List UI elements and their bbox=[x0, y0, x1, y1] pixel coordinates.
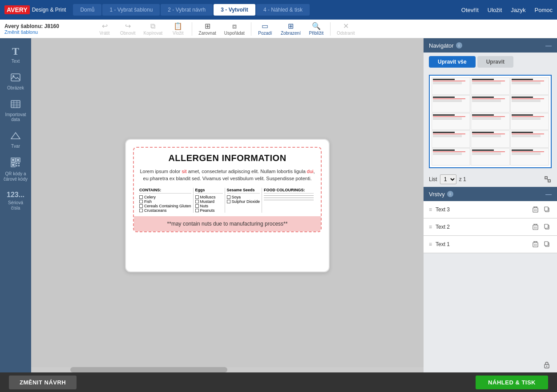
toolbar-align[interactable]: ⊞ Zarovnat bbox=[195, 20, 219, 37]
svg-rect-10 bbox=[12, 159, 14, 161]
toolbar-zoom-label: Přiblížit bbox=[309, 31, 324, 36]
sidebar-tool-text[interactable]: T Text bbox=[1, 42, 30, 67]
image-tool-icon bbox=[11, 73, 20, 84]
svg-rect-17 bbox=[16, 165, 17, 166]
preview-print-button[interactable]: NÁHLED & TISK bbox=[476, 376, 548, 389]
preview-cell bbox=[432, 130, 470, 148]
sidebar-tool-text-label: Text bbox=[12, 59, 20, 64]
scrollbar-thumb[interactable] bbox=[70, 367, 227, 372]
toolbar-paste-label: Vložit bbox=[173, 31, 183, 36]
right-panel: Navigátor i — Upravit vše Upravit bbox=[424, 38, 557, 372]
toolbar-redo[interactable]: ↪ Obnovit bbox=[117, 20, 139, 37]
layer-delete-text3[interactable] bbox=[530, 205, 540, 214]
horizontal-scrollbar[interactable] bbox=[31, 367, 424, 372]
allergen-molluscs: Molluscs bbox=[195, 195, 223, 199]
label-card[interactable]: ALLERGEN INFORMATION Lorem ipsum dolor s… bbox=[125, 139, 330, 272]
svg-rect-18 bbox=[18, 165, 20, 166]
navigator-collapse-icon[interactable]: — bbox=[545, 42, 552, 49]
preview-cell bbox=[471, 148, 509, 166]
toolbar-copy-label: Kopírovat bbox=[143, 31, 162, 36]
page-select[interactable]: 1 bbox=[440, 174, 456, 184]
text-tool-icon: T bbox=[12, 45, 19, 57]
sidebar-tool-qr[interactable]: QR kódy a čárové kódy bbox=[1, 154, 30, 186]
layer-drag-icon: ≡ bbox=[429, 241, 432, 247]
layer-copy-text1[interactable] bbox=[542, 239, 552, 249]
toolbar-zoom[interactable]: 🔍 Přiblížit bbox=[305, 20, 327, 37]
layer-item-text2[interactable]: ≡ Text 2 bbox=[424, 218, 557, 236]
layer-item-text1[interactable]: ≡ Text 1 bbox=[424, 236, 557, 253]
toolbar-arrange[interactable]: ⧈ Uspořádat bbox=[221, 20, 248, 37]
layer-copy-text2[interactable] bbox=[542, 222, 552, 232]
copy-icon: ⧉ bbox=[150, 22, 155, 30]
layer-lock-button[interactable] bbox=[542, 360, 552, 370]
page-control: List 1 z 1 bbox=[424, 172, 557, 187]
toolbar-paste[interactable]: 📋 Vložit bbox=[167, 20, 189, 37]
layer-lock-area bbox=[424, 357, 557, 372]
nav-step-home[interactable]: Domů bbox=[73, 4, 101, 16]
canvas: ALLERGEN INFORMATION Lorem ipsum dolor s… bbox=[31, 38, 424, 372]
svg-rect-19 bbox=[545, 177, 547, 179]
nav-step-1[interactable]: 1 - Vybrat šablonu bbox=[102, 4, 160, 16]
edit-button[interactable]: Upravit bbox=[477, 56, 513, 68]
toolbar-redo-label: Obnovit bbox=[120, 31, 135, 36]
preview-cell bbox=[510, 113, 549, 130]
toolbar-arrange-label: Uspořádat bbox=[224, 31, 245, 36]
label-title: ALLERGEN INFORMATION bbox=[139, 153, 315, 163]
nav-step-3[interactable]: 3 - Vytvořit bbox=[214, 4, 255, 16]
sidebar-tool-serial[interactable]: 123... Sériová čísla bbox=[1, 187, 30, 214]
undo-icon: ↩ bbox=[102, 22, 108, 30]
sidebar-tool-shape[interactable]: Tvar bbox=[1, 127, 30, 152]
preview-cell bbox=[510, 130, 549, 148]
layers-info-icon[interactable]: i bbox=[447, 191, 453, 197]
sidebar-tool-import[interactable]: Importovat data bbox=[1, 96, 30, 125]
nav-step-4[interactable]: 4 - Náhled & tisk bbox=[256, 4, 310, 16]
sidebar-tool-image[interactable]: Obrázek bbox=[1, 69, 30, 94]
sidebar-tool-serial-label: Sériová čísla bbox=[3, 200, 28, 211]
toolbar-undo[interactable]: ↩ Vrátit bbox=[93, 20, 116, 37]
navigation-steps: Domů 1 - Vybrat šablonu 2 - Vybrat návrh… bbox=[73, 4, 461, 16]
nav-help[interactable]: Pomoc bbox=[535, 7, 553, 13]
logo-app-name: Design & Print bbox=[32, 7, 66, 13]
shape-tool-icon bbox=[11, 131, 20, 142]
change-template-link[interactable]: Změnit šablonu bbox=[4, 29, 85, 35]
layers-header: Vrstvy i — bbox=[424, 187, 557, 201]
layer-item-text3[interactable]: ≡ Text 3 bbox=[424, 201, 557, 218]
layer-actions-text3 bbox=[530, 205, 552, 214]
change-design-button[interactable]: ZMĚNIT NÁVRH bbox=[9, 376, 77, 389]
allergen-col-eggs: Eggs Molluscs Mustard Nuts Peanuts bbox=[194, 188, 225, 213]
paste-icon: 📋 bbox=[174, 22, 182, 30]
navigator-info-icon[interactable]: i bbox=[456, 42, 462, 48]
toolbar-view[interactable]: ⊞ Zobrazení bbox=[277, 20, 304, 37]
logo-avery-text: AVERY bbox=[4, 5, 30, 14]
page-total: z 1 bbox=[459, 176, 466, 182]
toolbar-background[interactable]: ▭ Pozadí bbox=[254, 20, 276, 37]
toolbar-remove-label: Odstranit bbox=[337, 31, 355, 36]
nav-open[interactable]: Otevřít bbox=[461, 7, 479, 13]
toolbar-copy[interactable]: ⧉ Kopírovat bbox=[140, 20, 166, 37]
layers-title: Vrstvy i bbox=[429, 191, 453, 198]
contains-header: CONTAINS: bbox=[139, 188, 191, 194]
sidebar-tool-qr-label: QR kódy a čárové kódy bbox=[3, 171, 28, 182]
edit-all-button[interactable]: Upravit vše bbox=[429, 56, 476, 68]
layer-copy-text3[interactable] bbox=[542, 205, 552, 214]
layer-delete-text1[interactable] bbox=[530, 239, 540, 249]
page-expand-button[interactable] bbox=[544, 175, 552, 183]
svg-rect-16 bbox=[18, 163, 20, 164]
main-canvas-area[interactable]: ALLERGEN INFORMATION Lorem ipsum dolor s… bbox=[31, 38, 424, 372]
layer-delete-text2[interactable] bbox=[530, 222, 540, 232]
toolbar-align-label: Zarovnat bbox=[198, 31, 216, 36]
template-info: Avery šablonu: J8160 Změnit šablonu bbox=[4, 23, 85, 35]
preview-cell bbox=[471, 77, 509, 95]
nav-step-2[interactable]: 2 - Vybrat návrh bbox=[161, 4, 213, 16]
layer-actions-text2 bbox=[530, 222, 552, 232]
toolbar-undo-label: Vrátit bbox=[100, 31, 110, 36]
preview-thumbnail[interactable] bbox=[429, 75, 552, 168]
nav-save[interactable]: Uložit bbox=[488, 7, 502, 13]
svg-rect-30 bbox=[545, 207, 548, 211]
serial-tool-icon: 123... bbox=[7, 191, 24, 199]
svg-rect-23 bbox=[533, 208, 538, 212]
toolbar-remove[interactable]: ✕ Odstranit bbox=[333, 20, 359, 37]
layers-collapse-icon[interactable]: — bbox=[545, 190, 552, 198]
nav-language[interactable]: Jazyk bbox=[511, 7, 525, 13]
allergen-peanuts: Peanuts bbox=[195, 208, 223, 213]
